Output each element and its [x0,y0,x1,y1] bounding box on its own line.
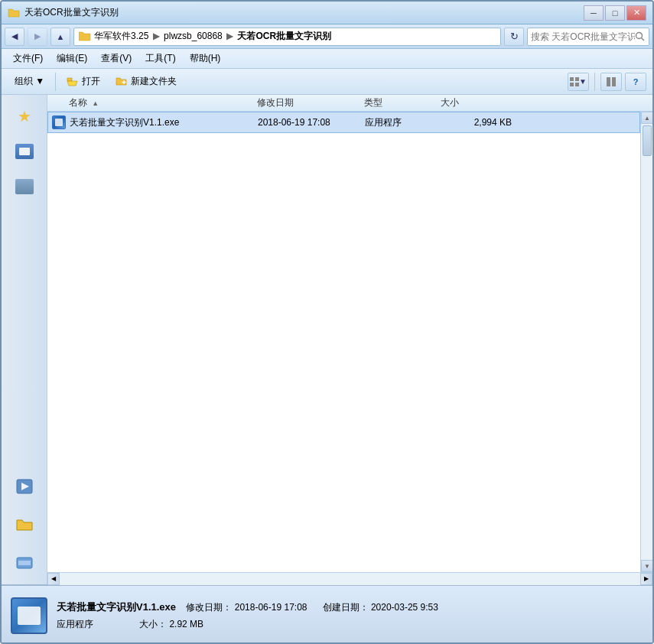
sidebar-network[interactable] [9,171,40,202]
toolbar-right: ▼ ? [568,73,646,91]
forward-button[interactable]: ▶ [28,28,47,46]
search-input[interactable] [531,31,635,42]
status-size-label: 大小： [139,619,167,629]
file-icon [51,115,67,130]
address-bar: ◀ ▶ ▲ 华军软件3.25 ▶ plwzsb_60868 ▶ 天若OCR批量文… [2,24,652,49]
menu-view[interactable]: 查看(V) [96,50,137,67]
open-button[interactable]: 打开 [60,71,107,93]
exe-icon [52,115,66,129]
scroll-left-button[interactable]: ◀ [47,573,60,585]
file-name: 天若批量文字识别V1.1.exe [70,116,258,129]
status-file-icon [11,597,47,634]
title-bar: 天若OCR批量文字识别 ─ □ ✕ [2,2,652,24]
toolbar: 组织 ▼ 打开 新建文件夹 [2,69,652,95]
table-row[interactable]: 天若批量文字识别V1.1.exe 2018-06-19 17:08 应用程序 2… [47,112,640,133]
refresh-button[interactable]: ↻ [504,28,524,46]
status-modified: 2018-06-19 17:08 [235,602,307,613]
svg-rect-10 [612,77,616,86]
svg-line-1 [642,37,645,41]
scroll-right-button[interactable]: ▶ [640,573,652,585]
back-button[interactable]: ◀ [5,28,24,46]
sidebar-item-5[interactable] [9,509,40,540]
view-icon [570,77,579,86]
sort-icon: ▲ [92,99,99,107]
scroll-track [641,124,652,560]
status-filename: 天若批量文字识别V1.1.exe [57,601,176,613]
breadcrumb[interactable]: 华军软件3.25 ▶ plwzsb_60868 ▶ 天若OCR批量文字识别 [73,28,501,46]
scroll-up-button[interactable]: ▲ [641,112,652,124]
col-header-name[interactable]: 名称 ▲ [50,96,257,109]
col-header-size[interactable]: 大小 [441,96,517,109]
search-bar[interactable] [527,28,649,46]
new-folder-icon [116,76,128,88]
star-icon: ★ [18,107,31,125]
menu-bar: 文件(F) 编辑(E) 查看(V) 工具(T) 帮助(H) [2,49,652,69]
vertical-scrollbar[interactable]: ▲ ▼ [640,112,652,572]
view-options-button[interactable]: ▼ [568,73,589,91]
file-list-wrapper: 天若批量文字识别V1.1.exe 2018-06-19 17:08 应用程序 2… [47,112,652,572]
new-folder-button[interactable]: 新建文件夹 [109,71,184,93]
organize-button[interactable]: 组织 ▼ [8,71,51,93]
pane-icon [607,77,616,86]
menu-edit[interactable]: 编辑(E) [51,50,93,67]
status-type: 应用程序 [57,619,93,629]
main-area: ★ [2,95,652,584]
file-date: 2018-06-19 17:08 [258,117,365,128]
minimize-button[interactable]: ─ [584,5,604,21]
breadcrumb-path: 华军软件3.25 ▶ plwzsb_60868 ▶ 天若OCR批量文字识别 [94,30,331,43]
pane-button[interactable] [600,73,622,91]
horizontal-scrollbar[interactable]: ◀ ▶ [47,572,652,584]
search-icon [635,31,646,42]
menu-file[interactable]: 文件(F) [8,50,48,67]
status-created-label: 创建日期： [323,602,369,613]
menu-tools[interactable]: 工具(T) [140,50,181,67]
file-type: 应用程序 [365,116,441,129]
scroll-track-h [60,573,640,585]
breadcrumb-folder-icon [79,31,91,42]
title-text: 天若OCR批量文字识别 [24,6,119,19]
network-icon [15,179,34,194]
status-created: 2020-03-25 9:53 [371,602,438,613]
sidebar-item-4[interactable] [9,471,40,502]
file-size: 2,994 KB [441,117,518,128]
sidebar: ★ [2,95,47,584]
svg-rect-2 [67,78,72,81]
toolbar-separator [55,73,56,91]
sidebar-folder-icon [15,516,34,533]
svg-rect-7 [570,83,574,86]
col-header-type[interactable]: 类型 [364,96,441,109]
file-list: 天若批量文字识别V1.1.exe 2018-06-19 17:08 应用程序 2… [47,112,640,572]
sidebar-favorites[interactable]: ★ [9,101,40,132]
svg-point-0 [636,32,643,38]
status-size: 2.92 MB [169,619,203,629]
status-bar: 天若批量文字识别V1.1.exe 修改日期： 2018-06-19 17:08 … [2,584,652,644]
title-folder-icon [8,7,20,19]
file-area: 名称 ▲ 修改日期 类型 大小 [47,95,652,584]
up-button[interactable]: ▲ [50,28,70,46]
close-button[interactable]: ✕ [626,5,646,21]
toolbar-separator-2 [594,73,595,91]
sidebar-drive-icon [15,555,34,571]
computer-icon [15,144,34,159]
scroll-down-button[interactable]: ▼ [641,560,652,572]
help-button[interactable]: ? [625,73,646,91]
maximize-button[interactable]: □ [605,5,625,21]
menu-help[interactable]: 帮助(H) [184,50,226,67]
svg-rect-5 [570,77,574,81]
sidebar-item-6[interactable] [9,548,40,578]
col-header-date[interactable]: 修改日期 [257,96,364,109]
status-modified-label: 修改日期： [186,602,232,613]
status-info: 天若批量文字识别V1.1.exe 修改日期： 2018-06-19 17:08 … [57,598,643,633]
sidebar-computer[interactable] [9,136,40,167]
column-header: 名称 ▲ 修改日期 类型 大小 [47,95,652,112]
svg-rect-9 [607,77,610,86]
sidebar-arrow-icon [15,478,34,495]
svg-rect-14 [18,561,31,565]
scroll-thumb[interactable] [643,125,652,156]
open-icon [67,76,79,88]
